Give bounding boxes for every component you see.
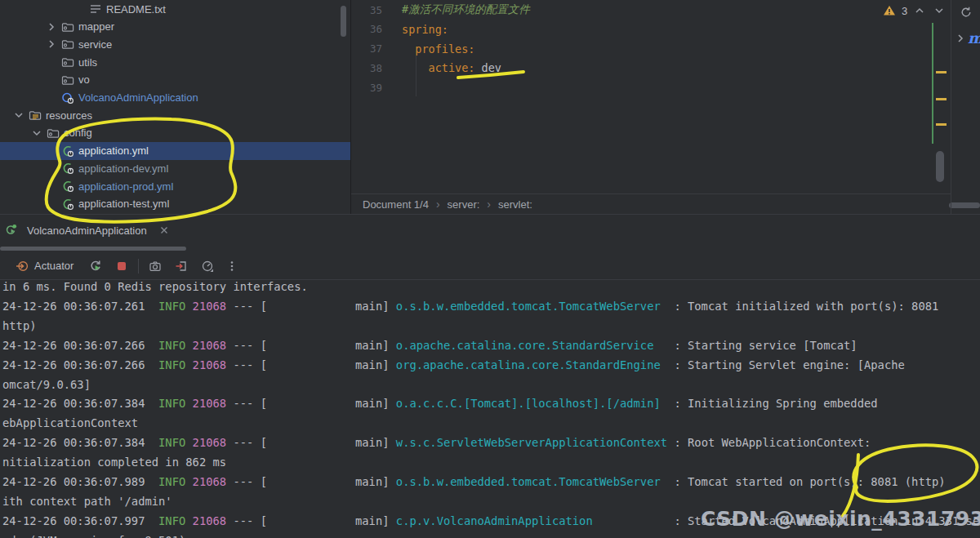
line-number: 39 — [351, 82, 382, 94]
console-segment: : Tomcat initialized with port(s): 8081 — [661, 300, 939, 313]
editor-scrollbar[interactable] — [936, 151, 944, 182]
tree-item-label: config — [64, 127, 92, 139]
panel-divider[interactable] — [350, 0, 351, 214]
warning-stripe-mark[interactable] — [936, 123, 947, 126]
chevron-down-icon[interactable] — [10, 109, 28, 122]
console-line: 24-12-26 00:36:07.266 INFO 21068 --- [ m… — [2, 356, 905, 376]
actuator-icon[interactable] — [11, 256, 33, 277]
tree-item-utils[interactable]: utils — [0, 53, 351, 71]
tree-item-label: application-prod.yml — [78, 180, 173, 193]
console-segment: 24-12-26 00:36:07.997 — [2, 514, 158, 527]
tree-item-label: utils — [78, 56, 97, 69]
line-number: 38 — [351, 62, 382, 74]
console-segment — [185, 514, 192, 527]
console-segment: 24-12-26 00:36:07.384 — [2, 436, 158, 449]
console-segment: INFO — [158, 300, 185, 313]
stop-button[interactable] — [111, 256, 132, 277]
console-line: 24-12-26 00:36:07.384 INFO 21068 --- [ m… — [2, 394, 878, 414]
console-segment: omcat/9.0.63] — [2, 378, 91, 391]
breadcrumb-item[interactable]: Document 1/4 — [363, 198, 429, 211]
tree-indent — [42, 91, 60, 104]
gauge-button[interactable] — [197, 256, 218, 277]
tree-indent — [42, 198, 60, 211]
warning-icon[interactable] — [882, 3, 897, 18]
maven-toolwindow-button[interactable]: m — [953, 29, 980, 47]
text-file-icon — [88, 2, 102, 16]
console-segment: : Starting Servlet engine: [Apache — [661, 358, 905, 371]
tree-item-application-test-yml[interactable]: application-test.yml — [0, 195, 351, 213]
folder-icon — [60, 56, 74, 69]
project-panel: README.txtmapperserviceutilsvoVolcanoAdm… — [0, 0, 351, 214]
chevron-right-icon[interactable] — [42, 20, 60, 33]
code-token: active: — [429, 61, 475, 74]
yaml-run-icon — [60, 144, 74, 158]
chevron-right-icon[interactable] — [42, 38, 60, 51]
console-line: omcat/9.0.63] — [2, 376, 91, 395]
breadcrumb: Document 1/4›server:›servlet: — [351, 193, 951, 214]
run-tab[interactable]: VolcanoAdminApplication — [3, 219, 171, 242]
resources-folder-icon — [28, 109, 42, 122]
line-number: 35 — [351, 4, 382, 16]
code-token: #激活不同环境的配置文件 — [402, 2, 530, 17]
breadcrumb-item[interactable]: server: — [448, 198, 480, 211]
tree-item-label: application-test.yml — [78, 198, 169, 210]
tree-indent — [70, 2, 88, 16]
next-problem-button[interactable] — [932, 3, 947, 18]
console-line: nitialization completed in 862 ms — [2, 453, 226, 473]
console-line: ebApplicationContext — [2, 414, 138, 434]
breadcrumb-item[interactable]: servlet: — [498, 198, 532, 211]
console-segment — [185, 397, 192, 410]
exit-button[interactable] — [171, 256, 192, 277]
console-segment: nitialization completed in 862 ms — [2, 456, 226, 469]
console-segment: --- [ main] — [226, 514, 396, 527]
tree-item-application-dev-yml[interactable]: application-dev.yml — [0, 159, 351, 177]
tree-item-service[interactable]: service — [0, 35, 351, 53]
code-token: spring: — [402, 23, 448, 36]
tree-item-application-yml[interactable]: application.yml — [0, 142, 351, 160]
console-segment: 21068 — [193, 300, 227, 313]
console-segment: : Starting service [Tomcat] — [653, 339, 857, 352]
tree-item-label: VolcanoAdminApplication — [78, 91, 198, 104]
code-token: profiles: — [415, 42, 474, 56]
console-output: in 6 ms. Found 0 Redis repository interf… — [0, 281, 980, 538]
console-segment — [185, 475, 192, 488]
console-segment: --- [ main] — [226, 475, 396, 488]
class-run-icon — [60, 91, 74, 104]
rerun-button[interactable] — [85, 256, 106, 277]
sync-icon[interactable] — [960, 6, 974, 20]
editor-panel[interactable]: 35#激活不同环境的配置文件36spring:37 profiles:38 ac… — [351, 0, 931, 214]
chevron-down-icon[interactable] — [28, 127, 46, 140]
console-segment: ith context path '/admin' — [2, 495, 172, 508]
console-segment: INFO — [158, 339, 185, 352]
running-app-icon — [3, 224, 17, 238]
yaml-run-icon — [60, 162, 74, 176]
tab-strip-scrollbar[interactable] — [0, 247, 186, 251]
close-icon[interactable] — [158, 224, 171, 237]
line-number: 36 — [351, 23, 382, 35]
tree-indent — [42, 180, 60, 193]
tree-item-application-prod-yml[interactable]: application-prod.yml — [0, 177, 351, 195]
prev-problem-button[interactable] — [912, 3, 927, 18]
tree-item-mapper[interactable]: mapper — [0, 18, 351, 36]
console-segment: c.p.v.VolcanoAdminApplication — [396, 514, 593, 527]
line-number: 37 — [351, 42, 382, 55]
warning-stripe-mark[interactable] — [936, 98, 947, 100]
code-token: dev — [474, 61, 501, 74]
console-segment: 24-12-26 00:36:07.261 — [2, 300, 158, 313]
tree-item-resources[interactable]: resources — [0, 106, 349, 124]
console-segment: in 6 ms. Found 0 Redis repository interf… — [2, 281, 308, 293]
tree-item-volcanoadminapplication[interactable]: VolcanoAdminApplication — [0, 89, 351, 107]
console-line: in 6 ms. Found 0 Redis repository interf… — [2, 281, 308, 297]
tree-item-config[interactable]: config — [0, 124, 351, 142]
tree-indent — [42, 145, 60, 158]
tree-item-readme-txt[interactable]: README.txt — [0, 0, 351, 18]
project-tree-scrollbar[interactable] — [341, 6, 346, 37]
yaml-run-icon — [60, 197, 74, 211]
warning-stripe-mark[interactable] — [936, 71, 947, 73]
tree-item-vo[interactable]: vo — [0, 71, 351, 89]
console-segment: o.a.c.c.C.[Tomcat].[localhost].[/admin] — [396, 397, 661, 410]
code-token — [402, 42, 415, 56]
thread-dump-button[interactable] — [145, 256, 166, 277]
more-options-button[interactable] — [221, 256, 243, 277]
console-segment: 21068 — [193, 475, 227, 488]
